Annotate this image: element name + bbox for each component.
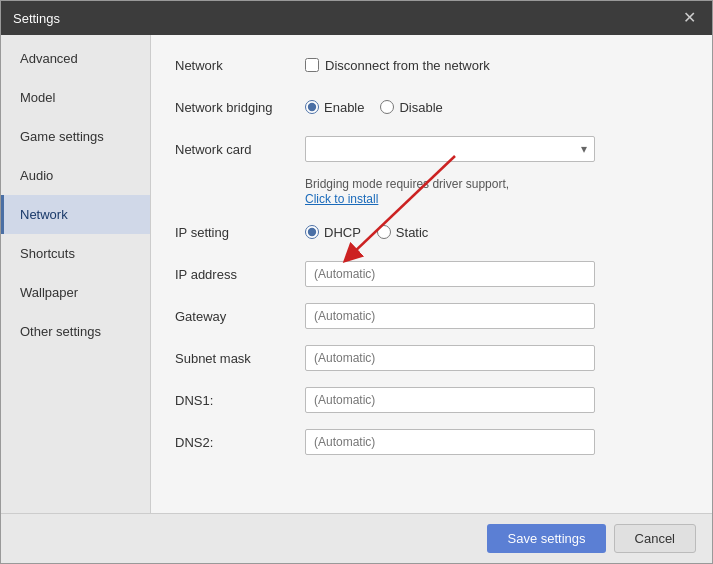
main-content: Network Disconnect from the network Netw… [151, 35, 712, 513]
dns1-controls [305, 387, 688, 413]
enable-radio[interactable] [305, 100, 319, 114]
network-card-row: Network card [175, 135, 688, 163]
disconnect-checkbox-label[interactable]: Disconnect from the network [305, 58, 490, 73]
static-radio-label[interactable]: Static [377, 225, 429, 240]
close-button[interactable]: ✕ [679, 8, 700, 28]
enable-label: Enable [324, 100, 364, 115]
sidebar-item-other-settings[interactable]: Other settings [1, 312, 150, 351]
network-bridging-row: Network bridging Enable Disable [175, 93, 688, 121]
subnet-mask-controls [305, 345, 688, 371]
bridging-note-block: Bridging mode requires driver support, C… [305, 177, 509, 206]
network-card-select[interactable] [305, 136, 595, 162]
dialog-content: Advanced Model Game settings Audio Netwo… [1, 35, 712, 513]
sidebar-item-wallpaper[interactable]: Wallpaper [1, 273, 150, 312]
ip-address-input[interactable] [305, 261, 595, 287]
dialog-title: Settings [13, 11, 60, 26]
gateway-row: Gateway [175, 302, 688, 330]
disconnect-label: Disconnect from the network [325, 58, 490, 73]
save-button[interactable]: Save settings [487, 524, 605, 553]
gateway-input[interactable] [305, 303, 595, 329]
gateway-controls [305, 303, 688, 329]
ip-address-row: IP address [175, 260, 688, 288]
network-label: Network [175, 58, 305, 73]
dns2-input[interactable] [305, 429, 595, 455]
dns2-label: DNS2: [175, 435, 305, 450]
title-bar: Settings ✕ [1, 1, 712, 35]
bridging-radio-group: Enable Disable [305, 100, 688, 115]
ip-address-label: IP address [175, 267, 305, 282]
network-bridging-label: Network bridging [175, 100, 305, 115]
ip-setting-label: IP setting [175, 225, 305, 240]
ip-setting-radio-group: DHCP Static [305, 225, 688, 240]
dialog-footer: Save settings Cancel [1, 513, 712, 563]
form-area: Network Disconnect from the network Netw… [175, 51, 688, 456]
cancel-button[interactable]: Cancel [614, 524, 696, 553]
bridging-note-text: Bridging mode requires driver support, [305, 177, 509, 191]
click-to-install-link[interactable]: Click to install [305, 192, 378, 206]
dns1-row: DNS1: [175, 386, 688, 414]
network-controls: Disconnect from the network [305, 58, 688, 73]
dhcp-radio[interactable] [305, 225, 319, 239]
dns2-row: DNS2: [175, 428, 688, 456]
disable-radio-label[interactable]: Disable [380, 100, 442, 115]
dhcp-radio-label[interactable]: DHCP [305, 225, 361, 240]
ip-address-controls [305, 261, 688, 287]
network-card-select-wrapper [305, 136, 595, 162]
sidebar-item-advanced[interactable]: Advanced [1, 39, 150, 78]
disconnect-checkbox[interactable] [305, 58, 319, 72]
sidebar: Advanced Model Game settings Audio Netwo… [1, 35, 151, 513]
bridging-note-row: Bridging mode requires driver support, C… [175, 177, 688, 206]
dns2-controls [305, 429, 688, 455]
subnet-mask-label: Subnet mask [175, 351, 305, 366]
static-radio[interactable] [377, 225, 391, 239]
static-label: Static [396, 225, 429, 240]
disable-label: Disable [399, 100, 442, 115]
dns1-input[interactable] [305, 387, 595, 413]
enable-radio-label[interactable]: Enable [305, 100, 364, 115]
dhcp-label: DHCP [324, 225, 361, 240]
subnet-mask-input[interactable] [305, 345, 595, 371]
sidebar-item-audio[interactable]: Audio [1, 156, 150, 195]
network-row: Network Disconnect from the network [175, 51, 688, 79]
sidebar-item-game-settings[interactable]: Game settings [1, 117, 150, 156]
sidebar-item-model[interactable]: Model [1, 78, 150, 117]
subnet-mask-row: Subnet mask [175, 344, 688, 372]
ip-setting-row: IP setting DHCP Static [175, 218, 688, 246]
network-card-controls [305, 136, 688, 162]
sidebar-item-network[interactable]: Network [1, 195, 150, 234]
sidebar-item-shortcuts[interactable]: Shortcuts [1, 234, 150, 273]
disable-radio[interactable] [380, 100, 394, 114]
network-card-label: Network card [175, 142, 305, 157]
gateway-label: Gateway [175, 309, 305, 324]
dns1-label: DNS1: [175, 393, 305, 408]
settings-dialog: Settings ✕ Advanced Model Game settings … [0, 0, 713, 564]
